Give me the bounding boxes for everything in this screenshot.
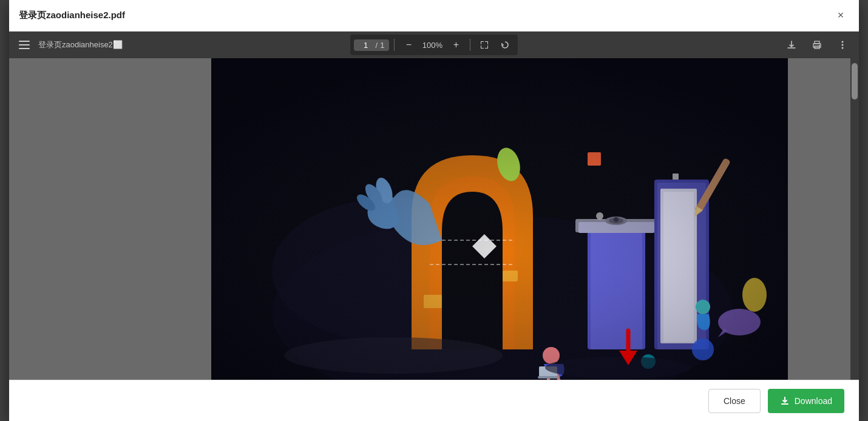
title-bar: 登录页zaodianheise2.pdf × [9, 0, 859, 32]
more-icon [841, 40, 844, 50]
download-button-icon [780, 396, 790, 406]
pdf-toolbar: 登录页zaodianheise2⬜ / 1 − 100% + [9, 32, 859, 58]
pdf-modal: 登录页zaodianheise2.pdf × 登录页zaodianheise2⬜… [9, 0, 859, 421]
toolbar-left: 登录页zaodianheise2⬜ [16, 38, 345, 52]
footer-bar: Close Download [9, 380, 859, 421]
rotate-icon [500, 40, 510, 50]
hamburger-line [19, 44, 30, 45]
modal-close-button[interactable]: × [832, 7, 849, 24]
toolbar-separator [394, 39, 395, 51]
download-button-label: Download [795, 396, 832, 406]
modal-title: 登录页zaodianheise2.pdf [19, 10, 125, 21]
page-controls: / 1 [354, 39, 390, 51]
toolbar-separator2 [470, 39, 470, 51]
download-button[interactable]: Download [768, 389, 844, 413]
download-toolbar-button[interactable] [782, 36, 801, 54]
svg-rect-3 [487, 41, 488, 44]
close-button[interactable]: Close [708, 389, 761, 413]
download-toolbar-icon [787, 40, 796, 50]
svg-point-13 [842, 44, 844, 46]
fit-page-icon [480, 40, 489, 50]
modal-overlay: 登录页zaodianheise2.pdf × 登录页zaodianheise2⬜… [0, 0, 868, 421]
page-total: 1 [380, 41, 384, 50]
more-options-button[interactable] [833, 36, 852, 54]
svg-rect-7 [487, 45, 488, 49]
toolbar-right [523, 36, 852, 54]
svg-point-14 [842, 47, 844, 49]
zoom-in-button[interactable]: + [447, 36, 465, 54]
zoom-out-button[interactable]: − [399, 36, 418, 54]
print-button[interactable] [808, 36, 826, 54]
svg-rect-1 [481, 41, 481, 44]
svg-rect-5 [481, 45, 481, 49]
svg-point-11 [819, 45, 820, 46]
scrollbar-thumb[interactable] [852, 63, 858, 99]
page-separator: / [376, 41, 378, 50]
pdf-illustration [211, 58, 788, 380]
pdf-viewport [149, 58, 850, 380]
pdf-page [211, 58, 788, 380]
rotate-button[interactable] [496, 36, 514, 54]
page-number-input[interactable] [359, 41, 373, 50]
zoom-level-label: 100% [420, 41, 444, 50]
hamburger-line [19, 41, 30, 42]
hamburger-line [19, 48, 30, 49]
svg-point-12 [842, 41, 844, 43]
toolbar-center: / 1 − 100% + [350, 35, 518, 55]
document-name-label: 登录页zaodianheise2⬜ [38, 39, 123, 50]
svg-rect-54 [211, 58, 788, 380]
scrollbar[interactable] [850, 58, 859, 380]
sidebar-panel [9, 58, 149, 380]
hamburger-menu-button[interactable] [16, 38, 32, 52]
fit-page-button[interactable] [475, 36, 493, 54]
print-icon [812, 40, 822, 50]
content-area [9, 58, 859, 380]
svg-rect-56 [781, 403, 788, 405]
